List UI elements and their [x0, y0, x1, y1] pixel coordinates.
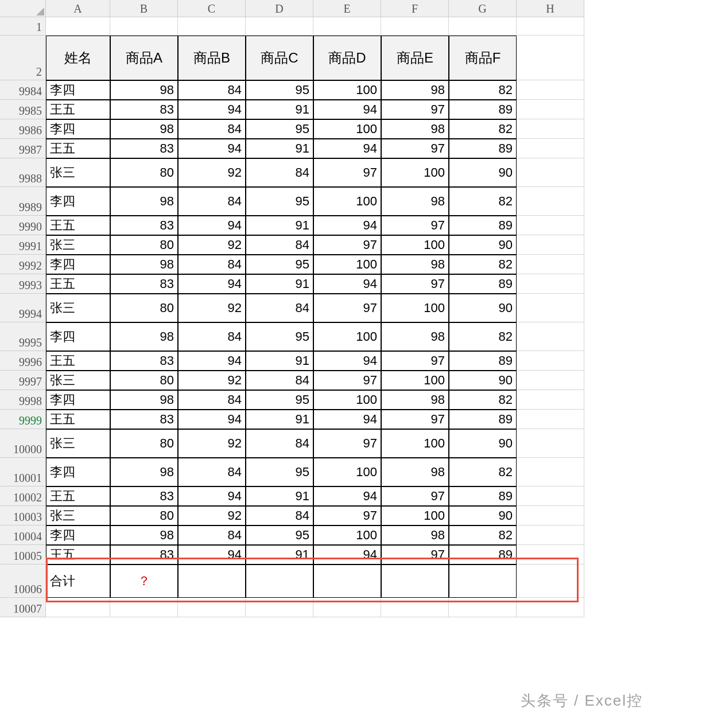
- cell-data-9988-5[interactable]: 90: [449, 158, 517, 187]
- cell-data-9997-3[interactable]: 97: [313, 371, 381, 390]
- row-header-9995[interactable]: 9995: [0, 322, 46, 351]
- row-header-9985[interactable]: 9985: [0, 100, 46, 119]
- cell-data-9997-5[interactable]: 90: [449, 371, 517, 390]
- cell-data-10001-2[interactable]: 95: [246, 458, 313, 486]
- cell-data-9984-1[interactable]: 84: [178, 80, 246, 100]
- row-header-9990[interactable]: 9990: [0, 216, 46, 235]
- cell-data-9995-4[interactable]: 98: [381, 322, 449, 351]
- row-header-9993[interactable]: 9993: [0, 274, 46, 294]
- cell-data-9992-0[interactable]: 98: [110, 255, 178, 274]
- cell-data-9996-0[interactable]: 83: [110, 351, 178, 371]
- cell-total-label[interactable]: 合计: [46, 565, 110, 598]
- cell-name-9988[interactable]: 张三: [46, 158, 110, 187]
- cell-data-9993-0[interactable]: 83: [110, 274, 178, 294]
- column-header-C[interactable]: C: [178, 0, 246, 17]
- cell-empty[interactable]: [517, 36, 584, 80]
- cell-data-10002-4[interactable]: 97: [381, 486, 449, 506]
- cell-name-9999[interactable]: 王五: [46, 410, 110, 429]
- cell-empty[interactable]: [246, 598, 313, 617]
- cell-name-9986[interactable]: 李四: [46, 119, 110, 139]
- cell-data-9998-1[interactable]: 84: [178, 390, 246, 410]
- cell-empty[interactable]: [517, 274, 584, 294]
- cell-name-9989[interactable]: 李四: [46, 187, 110, 216]
- cell-data-9986-4[interactable]: 98: [381, 119, 449, 139]
- cell-data-9999-5[interactable]: 89: [449, 410, 517, 429]
- cell-data-9984-5[interactable]: 82: [449, 80, 517, 100]
- cell-empty[interactable]: [517, 139, 584, 158]
- cell-data-9996-2[interactable]: 91: [246, 351, 313, 371]
- cell-data-10000-1[interactable]: 92: [178, 429, 246, 458]
- row-header-9997[interactable]: 9997: [0, 371, 46, 390]
- cell-total-empty-1[interactable]: [246, 565, 313, 598]
- cell-empty[interactable]: [517, 410, 584, 429]
- column-header-H[interactable]: H: [517, 0, 584, 17]
- cell-empty[interactable]: [517, 371, 584, 390]
- cell-data-9992-3[interactable]: 100: [313, 255, 381, 274]
- cell-empty[interactable]: [517, 119, 584, 139]
- cell-empty[interactable]: [381, 17, 449, 36]
- cell-data-9994-0[interactable]: 80: [110, 294, 178, 322]
- cell-empty[interactable]: [313, 17, 381, 36]
- cell-name-10002[interactable]: 王五: [46, 486, 110, 506]
- cell-data-9997-0[interactable]: 80: [110, 371, 178, 390]
- cell-name-9991[interactable]: 张三: [46, 235, 110, 255]
- cell-empty[interactable]: [517, 100, 584, 119]
- cell-total-empty-3[interactable]: [381, 565, 449, 598]
- cell-data-9996-4[interactable]: 97: [381, 351, 449, 371]
- cell-data-9985-0[interactable]: 83: [110, 100, 178, 119]
- cell-data-10000-2[interactable]: 84: [246, 429, 313, 458]
- cell-data-9996-1[interactable]: 94: [178, 351, 246, 371]
- cell-name-10000[interactable]: 张三: [46, 429, 110, 458]
- cell-data-9999-3[interactable]: 94: [313, 410, 381, 429]
- cell-data-9986-5[interactable]: 82: [449, 119, 517, 139]
- cell-empty[interactable]: [517, 235, 584, 255]
- cell-data-9994-3[interactable]: 97: [313, 294, 381, 322]
- cell-data-9997-4[interactable]: 100: [381, 371, 449, 390]
- cell-empty[interactable]: [517, 322, 584, 351]
- cell-data-9999-4[interactable]: 97: [381, 410, 449, 429]
- cell-empty[interactable]: [517, 158, 584, 187]
- row-header-9986[interactable]: 9986: [0, 119, 46, 139]
- cell-data-9995-0[interactable]: 98: [110, 322, 178, 351]
- cell-empty[interactable]: [517, 429, 584, 458]
- cell-data-9993-1[interactable]: 94: [178, 274, 246, 294]
- cell-data-9994-4[interactable]: 100: [381, 294, 449, 322]
- cell-data-9989-1[interactable]: 84: [178, 187, 246, 216]
- cell-empty[interactable]: [110, 598, 178, 617]
- cell-data-9984-0[interactable]: 98: [110, 80, 178, 100]
- row-header-10002[interactable]: 10002: [0, 486, 46, 506]
- cell-data-10005-2[interactable]: 91: [246, 545, 313, 565]
- cell-data-9984-3[interactable]: 100: [313, 80, 381, 100]
- cell-data-10001-1[interactable]: 84: [178, 458, 246, 486]
- cell-data-9990-0[interactable]: 83: [110, 216, 178, 235]
- column-header-D[interactable]: D: [246, 0, 313, 17]
- cell-data-9992-1[interactable]: 84: [178, 255, 246, 274]
- cell-data-9999-0[interactable]: 83: [110, 410, 178, 429]
- table-header-0[interactable]: 姓名: [46, 36, 110, 80]
- cell-data-9988-2[interactable]: 84: [246, 158, 313, 187]
- cell-data-9988-3[interactable]: 97: [313, 158, 381, 187]
- cell-name-9998[interactable]: 李四: [46, 390, 110, 410]
- table-header-4[interactable]: 商品D: [313, 36, 381, 80]
- cell-data-9990-5[interactable]: 89: [449, 216, 517, 235]
- cell-data-9995-3[interactable]: 100: [313, 322, 381, 351]
- cell-data-10003-2[interactable]: 84: [246, 506, 313, 525]
- cell-data-10002-3[interactable]: 94: [313, 486, 381, 506]
- cell-data-9992-5[interactable]: 82: [449, 255, 517, 274]
- cell-data-9998-2[interactable]: 95: [246, 390, 313, 410]
- cell-name-9990[interactable]: 王五: [46, 216, 110, 235]
- cell-data-9993-2[interactable]: 91: [246, 274, 313, 294]
- table-header-5[interactable]: 商品E: [381, 36, 449, 80]
- cell-empty[interactable]: [517, 598, 584, 617]
- cell-data-9991-4[interactable]: 100: [381, 235, 449, 255]
- cell-data-9998-0[interactable]: 98: [110, 390, 178, 410]
- cell-data-9994-2[interactable]: 84: [246, 294, 313, 322]
- cell-data-9990-2[interactable]: 91: [246, 216, 313, 235]
- cell-empty[interactable]: [517, 80, 584, 100]
- cell-name-9996[interactable]: 王五: [46, 351, 110, 371]
- cell-name-9984[interactable]: 李四: [46, 80, 110, 100]
- cell-data-10004-1[interactable]: 84: [178, 525, 246, 545]
- cell-data-10002-1[interactable]: 94: [178, 486, 246, 506]
- cell-data-10005-4[interactable]: 97: [381, 545, 449, 565]
- cell-data-10005-3[interactable]: 94: [313, 545, 381, 565]
